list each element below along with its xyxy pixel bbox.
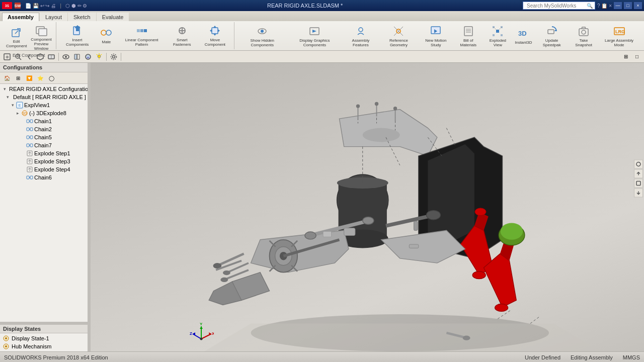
tree-item-chain6[interactable]: ▸ Chain6 — [1, 173, 87, 182]
edit-appearance-button[interactable] — [83, 52, 93, 61]
3d-viewport[interactable]: X Y Z — [91, 63, 644, 351]
component-preview-button[interactable]: Component Preview Window — [30, 22, 52, 52]
linear-pattern-icon — [135, 24, 149, 38]
tree-item-explstep3[interactable]: ▸ Explode Step3 — [1, 157, 87, 165]
toolbar-separator-1 — [58, 53, 59, 61]
instant3d-icon: 3D — [516, 26, 530, 40]
instant3d-button[interactable]: 3D Instant3D — [513, 25, 533, 46]
linear-pattern-button[interactable]: Linear Component Pattern — [118, 23, 165, 48]
tree-item-chain5[interactable]: ▸ Chain5 — [1, 133, 87, 141]
svg-text:E: E — [19, 104, 21, 107]
mate-button[interactable]: Mate — [96, 25, 116, 46]
expand-default[interactable]: ▾ — [5, 95, 10, 100]
svg-point-49 — [65, 56, 67, 58]
panel-home-button[interactable]: 🏠 — [2, 73, 12, 82]
assembly-features-label: Assembly Features — [345, 39, 377, 48]
svg-rect-76 — [30, 144, 33, 147]
insert-components-button[interactable]: Insert Components — [60, 23, 95, 48]
svg-rect-70 — [30, 128, 33, 131]
move-component-icon — [208, 24, 222, 38]
search-input[interactable] — [525, 3, 586, 9]
edit-component-button[interactable]: Edit Component — [5, 24, 28, 50]
tree-item-default-label: Default [ REAR RIGID AXLE ] — [13, 94, 86, 100]
linear-pattern-label: Linear Component Pattern — [119, 38, 164, 47]
window-tile-button[interactable]: ⊞ — [621, 52, 631, 61]
display-state-1[interactable]: Display State-1 — [2, 334, 86, 342]
left-panel: Configurations 🏠 ⊞ 🔽 ⭐ ◯ ▾ C REAR RIGID … — [0, 63, 88, 351]
statusbar-defined: Under Defined — [525, 354, 560, 360]
tree-item-explstep4-label: Explode Step4 — [34, 166, 70, 172]
take-snapshot-button[interactable]: Take Snapshot — [570, 23, 597, 49]
expand-3dexplode8[interactable]: ▸ — [15, 111, 20, 116]
ribbon: Assembly Layout Sketch Evaluate Edit Com… — [0, 11, 644, 51]
new-motion-study-button[interactable]: New Motion Study — [420, 23, 452, 49]
settings-button[interactable] — [109, 52, 119, 61]
bill-of-materials-icon — [461, 24, 475, 38]
tree-item-chain7[interactable]: ▸ Chain7 — [1, 141, 87, 149]
previous-view-button[interactable] — [24, 52, 34, 61]
display-state-hub[interactable]: Hub Mechanism — [2, 342, 86, 350]
exploded-view-button[interactable]: Exploded View — [484, 23, 511, 49]
svg-rect-37 — [579, 29, 588, 36]
display-style-button[interactable] — [46, 52, 56, 61]
right-btn-2[interactable] — [634, 169, 643, 178]
display-state-1-label: Display State-1 — [12, 335, 49, 341]
move-component-button[interactable]: Move Component — [199, 23, 231, 48]
display-graphics-icon — [307, 24, 321, 38]
right-btn-1[interactable] — [634, 159, 643, 168]
tree-item-explstep4[interactable]: ▸ Explode Step4 — [1, 165, 87, 173]
tree-item-3dexplode8[interactable]: ▸ 3D (-) 3DExplode8 — [1, 109, 87, 117]
tree-item-explstep1[interactable]: ▸ Explode Step1 — [1, 149, 87, 157]
tree-item-default[interactable]: ▾ Default [ REAR RIGID AXLE ] — [1, 93, 87, 101]
right-btn-3[interactable] — [634, 178, 643, 188]
smart-fasteners-icon — [175, 24, 189, 38]
smart-fasteners-button[interactable]: Smart Fasteners — [167, 23, 197, 48]
svg-point-103 — [356, 104, 360, 108]
show-hidden-button[interactable]: Show Hidden Components — [238, 23, 286, 49]
chain7-icon — [26, 142, 33, 149]
tree-item-root[interactable]: ▾ C REAR RIGID AXLE Configuration(s) — [1, 85, 87, 93]
tab-sketch[interactable]: Sketch — [68, 13, 96, 21]
panel-filter-button[interactable]: 🔽 — [24, 73, 34, 82]
panel-circle-button[interactable]: ◯ — [46, 73, 56, 82]
tab-assembly[interactable]: Assembly — [2, 13, 39, 21]
maximize-button[interactable]: □ — [624, 2, 632, 9]
minimize-button[interactable]: — — [614, 2, 622, 9]
panel-star-button[interactable]: ⭐ — [35, 73, 45, 82]
svg-text:3D: 3D — [23, 112, 27, 115]
window-max-button[interactable]: □ — [632, 52, 642, 61]
reference-geometry-button[interactable]: Reference Geometry — [380, 23, 417, 49]
insert-components-label: Insert Components — [61, 38, 94, 47]
large-assembly-button[interactable]: LRG Large Assembly Mode — [599, 23, 639, 49]
svg-point-141 — [363, 217, 374, 224]
3d-view-button[interactable] — [35, 52, 45, 61]
expand-root[interactable]: ▾ — [2, 86, 7, 92]
tree-item-chain2[interactable]: ▸ Chain2 — [1, 125, 87, 133]
panel-grid-button[interactable]: ⊞ — [13, 73, 23, 82]
svg-text:LRG: LRG — [615, 29, 625, 34]
svg-rect-139 — [414, 221, 418, 231]
ribbon-group-main: Insert Components Mate Linear Component … — [57, 22, 234, 49]
section-view-button[interactable] — [72, 52, 82, 61]
bill-of-materials-button[interactable]: Bill of Materials — [454, 23, 482, 49]
svg-rect-85 — [30, 176, 33, 179]
hide-show-button[interactable] — [61, 52, 71, 61]
tree-item-explview1[interactable]: ▾ E ExplView1 — [1, 101, 87, 109]
right-btn-4[interactable] — [634, 188, 643, 197]
search-bar[interactable]: 🔍 — [523, 2, 595, 10]
svg-text:X: X — [212, 331, 214, 336]
zoom-area-button[interactable]: + — [13, 52, 23, 61]
close-button[interactable]: × — [634, 2, 642, 9]
tab-evaluate[interactable]: Evaluate — [97, 13, 129, 21]
svg-point-90 — [5, 345, 7, 347]
zoom-to-fit-button[interactable]: ⊕ — [2, 52, 12, 61]
tree-item-chain1[interactable]: ▸ Chain1 — [1, 117, 87, 125]
expand-explview1[interactable]: ▾ — [10, 103, 15, 108]
display-graphics-button[interactable]: Display Graphics Components — [288, 23, 341, 49]
lighting-button[interactable] — [94, 52, 104, 61]
bill-of-materials-label: Bill of Materials — [455, 39, 481, 48]
update-speedpak-icon — [545, 24, 559, 38]
tab-layout[interactable]: Layout — [40, 13, 67, 21]
assembly-features-button[interactable]: Assembly Features — [344, 23, 378, 49]
update-speedpak-button[interactable]: Update Speedpak — [535, 23, 568, 49]
